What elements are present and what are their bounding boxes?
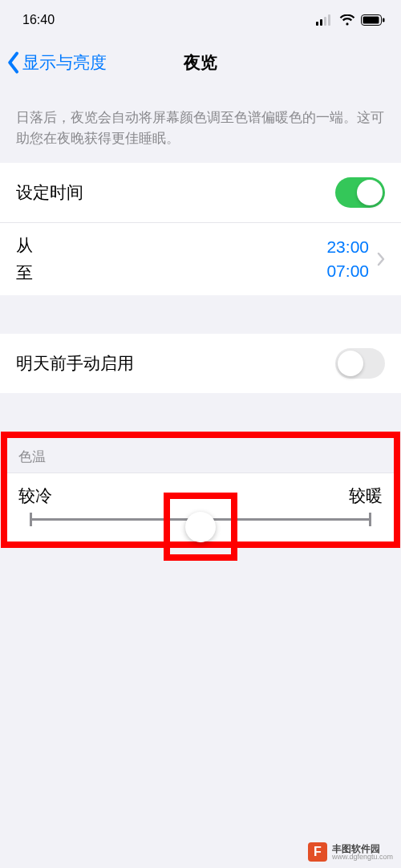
set-time-row[interactable]: 设定时间 <box>0 163 401 222</box>
svg-rect-2 <box>324 17 326 26</box>
status-icons <box>316 14 385 26</box>
warm-label: 较暖 <box>349 485 383 507</box>
temperature-section-highlight: 色温 较冷 较暖 <box>1 432 400 548</box>
set-time-label: 设定时间 <box>16 181 83 204</box>
wifi-icon <box>339 14 355 26</box>
set-time-toggle[interactable] <box>335 177 385 208</box>
slider-thumb[interactable] <box>185 512 216 542</box>
watermark-url: www.dgfengtu.com <box>332 854 393 861</box>
status-time: 16:40 <box>22 13 55 27</box>
nav-bar: 显示与亮度 夜览 <box>0 40 401 85</box>
signal-icon <box>316 14 334 26</box>
page-title: 夜览 <box>184 51 217 74</box>
svg-rect-5 <box>363 17 379 24</box>
back-button[interactable]: 显示与亮度 <box>0 51 107 74</box>
schedule-row[interactable]: 从 至 23:00 07:00 <box>0 222 401 295</box>
battery-icon <box>361 14 385 26</box>
watermark: F 丰图软件园 www.dgfengtu.com <box>308 842 393 862</box>
watermark-logo-icon: F <box>308 842 327 862</box>
slider-thumb-highlight <box>164 493 237 561</box>
temperature-header: 色温 <box>7 438 394 473</box>
svg-rect-0 <box>316 22 318 26</box>
from-label: 从 <box>16 234 33 257</box>
manual-enable-toggle[interactable] <box>335 348 385 379</box>
back-label: 显示与亮度 <box>22 51 107 74</box>
feature-description: 日落后，夜览会自动将屏幕颜色调至色谱偏暖色的一端。这可助您在夜晚获得更佳睡眠。 <box>0 85 401 163</box>
from-time: 23:00 <box>326 237 369 257</box>
chevron-right-icon <box>377 252 385 266</box>
chevron-left-icon <box>6 51 19 74</box>
to-time: 07:00 <box>326 262 369 281</box>
manual-enable-label: 明天前手动启用 <box>16 352 134 375</box>
temperature-slider[interactable] <box>7 513 394 541</box>
status-bar: 16:40 <box>0 0 401 40</box>
to-label: 至 <box>16 262 33 284</box>
manual-enable-row[interactable]: 明天前手动启用 <box>0 334 401 393</box>
svg-rect-1 <box>320 19 322 26</box>
svg-rect-3 <box>328 14 330 26</box>
cold-label: 较冷 <box>18 485 52 507</box>
watermark-name: 丰图软件园 <box>332 844 393 854</box>
svg-rect-6 <box>383 18 385 22</box>
